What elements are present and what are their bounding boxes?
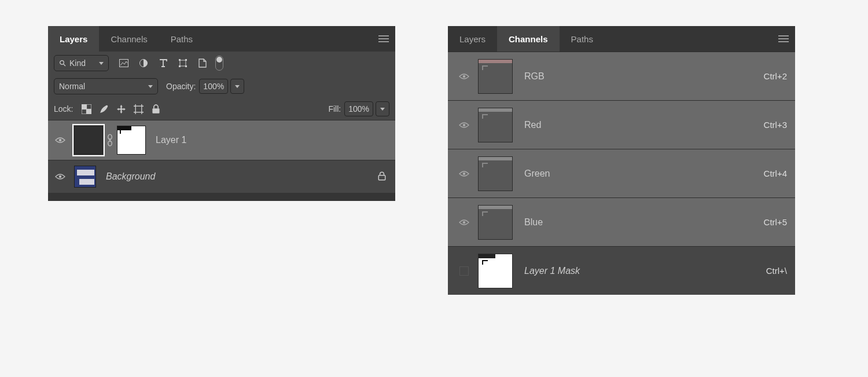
lock-pixels-icon[interactable] (97, 104, 110, 114)
lock-all-icon[interactable] (149, 104, 162, 114)
filter-toggle[interactable] (215, 56, 223, 71)
lock-transparent-icon[interactable] (80, 104, 93, 114)
svg-point-24 (463, 221, 465, 223)
chevron-down-icon (99, 62, 104, 65)
blend-mode-value: Normal (59, 82, 85, 91)
channel-row-mask[interactable]: Layer 1 Mask Ctrl+\ (448, 246, 795, 295)
svg-rect-12 (82, 109, 87, 114)
channel-row-red[interactable]: Red Ctrl+3 (448, 100, 795, 149)
filter-shape-icon[interactable] (175, 55, 191, 71)
panel-menu-icon[interactable] (372, 26, 395, 52)
channel-row-rgb[interactable]: RGB Ctrl+2 (448, 52, 795, 100)
svg-rect-6 (185, 59, 187, 61)
channel-name: RGB (524, 71, 545, 82)
channel-visibility-toggle[interactable] (456, 266, 472, 276)
panel-tabs: Layers Channels Paths (48, 26, 395, 52)
channel-name: Layer 1 Mask (524, 266, 580, 276)
channel-row-green[interactable]: Green Ctrl+4 (448, 149, 795, 197)
channel-thumbnail[interactable] (478, 205, 513, 240)
channel-shortcut: Ctrl+5 (764, 217, 787, 227)
panel-footer (48, 193, 395, 201)
channel-visibility-toggle[interactable] (456, 73, 472, 80)
layer-name[interactable]: Background (106, 171, 155, 182)
channel-thumbnail[interactable] (478, 156, 513, 191)
fill-value: 100% (348, 104, 369, 114)
opacity-dropdown[interactable] (230, 79, 244, 94)
layer-row-layer1[interactable]: Layer 1 (48, 120, 395, 160)
panel-menu-icon[interactable] (772, 26, 795, 52)
svg-rect-9 (82, 104, 87, 109)
tab-channels[interactable]: Channels (99, 26, 159, 52)
svg-rect-10 (86, 109, 91, 114)
svg-line-1 (64, 64, 65, 66)
channel-name: Blue (524, 217, 543, 228)
lock-position-icon[interactable] (115, 104, 127, 114)
fill-label: Fill: (328, 104, 341, 114)
lock-label: Lock: (54, 104, 73, 114)
layers-panel: Layers Channels Paths Kind (48, 26, 395, 201)
layer-visibility-toggle[interactable] (54, 137, 67, 144)
svg-rect-13 (135, 106, 142, 112)
svg-point-23 (463, 172, 465, 174)
lock-artboard-icon[interactable] (132, 104, 145, 114)
tab-layers[interactable]: Layers (48, 26, 99, 52)
channel-thumbnail[interactable] (478, 254, 513, 288)
filter-smartobject-icon[interactable] (194, 55, 211, 71)
channel-shortcut: Ctrl+4 (764, 169, 787, 178)
blend-row: Normal Opacity: 100% (48, 75, 395, 98)
panel-tabs: Layers Channels Paths (448, 26, 795, 52)
channel-shortcut: Ctrl+2 (764, 71, 787, 81)
chevron-down-icon (148, 85, 153, 88)
layer-name[interactable]: Layer 1 (156, 135, 186, 145)
filter-kind-select[interactable]: Kind (54, 55, 109, 71)
layer-thumbnail[interactable] (72, 164, 98, 189)
svg-rect-4 (180, 60, 186, 66)
fill-value-field[interactable]: 100% (344, 101, 373, 116)
svg-rect-8 (185, 65, 187, 67)
tab-channels[interactable]: Channels (497, 26, 560, 52)
channel-thumbnail[interactable] (478, 108, 513, 142)
layer-mask-thumbnail[interactable] (115, 124, 148, 156)
layer-thumbnail[interactable] (72, 124, 105, 156)
channel-visibility-toggle[interactable] (456, 122, 472, 129)
opacity-label: Opacity: (166, 82, 196, 91)
channel-row-blue[interactable]: Blue Ctrl+5 (448, 197, 795, 246)
lock-row: Lock: Fill: 100% (48, 98, 395, 120)
filter-adjustment-icon[interactable] (135, 55, 152, 71)
opacity-value: 100% (203, 82, 224, 91)
svg-rect-7 (179, 65, 181, 67)
fill-dropdown[interactable] (376, 101, 389, 116)
svg-point-21 (463, 75, 465, 77)
layer-lock-icon[interactable] (378, 171, 386, 182)
layer-row-background[interactable]: Background (48, 160, 395, 193)
svg-rect-11 (86, 104, 91, 109)
channel-visibility-toggle[interactable] (456, 170, 472, 177)
tab-layers[interactable]: Layers (448, 26, 497, 52)
channel-name: Green (524, 169, 550, 179)
channel-thumbnail[interactable] (478, 59, 513, 94)
channel-shortcut: Ctrl+\ (766, 266, 787, 276)
layer-visibility-toggle[interactable] (54, 173, 67, 180)
filter-type-icon[interactable] (155, 55, 171, 71)
channels-panel: Layers Channels Paths RGB Ctrl+2 Red Ctr… (448, 26, 795, 295)
visibility-off-icon (459, 266, 469, 276)
tab-paths[interactable]: Paths (560, 26, 605, 52)
svg-rect-2 (120, 60, 128, 67)
svg-point-15 (59, 139, 61, 141)
opacity-value-field[interactable]: 100% (199, 79, 228, 94)
layer-mask-link-icon[interactable] (105, 134, 115, 147)
filter-pixel-icon[interactable] (116, 55, 132, 71)
search-icon (59, 60, 66, 67)
channel-name: Red (524, 120, 541, 130)
svg-rect-20 (378, 175, 385, 180)
svg-point-19 (59, 175, 61, 178)
svg-point-22 (463, 123, 465, 126)
filter-kind-label: Kind (69, 58, 86, 68)
channel-visibility-toggle[interactable] (456, 219, 472, 226)
tab-paths[interactable]: Paths (159, 26, 204, 52)
svg-rect-14 (152, 108, 159, 114)
svg-rect-5 (179, 59, 181, 61)
layer-filter-row: Kind (48, 52, 395, 75)
svg-point-0 (60, 61, 64, 65)
blend-mode-select[interactable]: Normal (54, 78, 158, 94)
